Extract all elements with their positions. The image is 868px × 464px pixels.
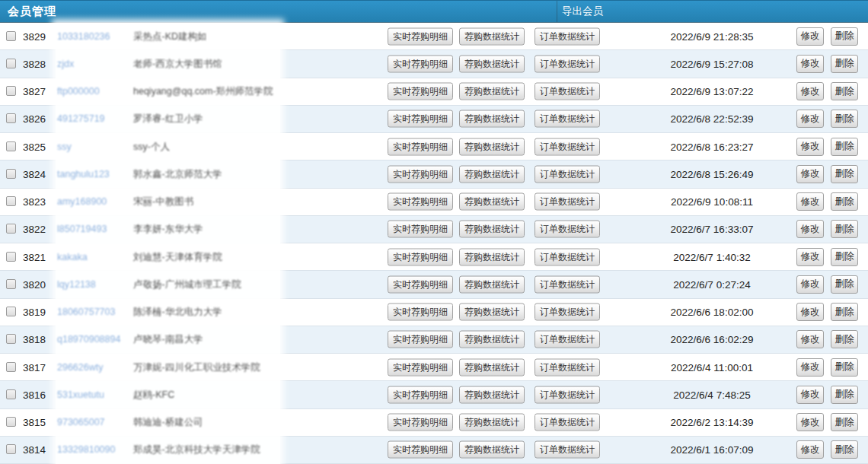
realtime-detail-button[interactable]: 实时荐购明细 <box>388 138 453 155</box>
delete-button[interactable]: 删除 <box>831 138 858 156</box>
recommend-stats-button[interactable]: 荐购数据统计 <box>459 248 525 265</box>
realtime-detail-button[interactable]: 实时荐购明细 <box>388 304 453 321</box>
member-username-link[interactable]: 18060757703 <box>57 307 115 317</box>
delete-button[interactable]: 删除 <box>831 27 858 46</box>
realtime-detail-button[interactable]: 实时荐购明细 <box>388 248 453 265</box>
row-checkbox[interactable] <box>6 169 16 179</box>
order-stats-button[interactable]: 订单数据统计 <box>535 386 600 403</box>
order-stats-button[interactable]: 订单数据统计 <box>535 275 600 293</box>
edit-button[interactable]: 修改 <box>796 110 824 128</box>
order-stats-button[interactable]: 订单数据统计 <box>535 248 600 265</box>
member-username-link[interactable]: q18970908894 <box>57 334 120 345</box>
member-username-link[interactable]: 491275719 <box>57 113 105 124</box>
edit-button[interactable]: 修改 <box>796 330 824 348</box>
order-stats-button[interactable]: 订单数据统计 <box>535 221 600 238</box>
row-checkbox[interactable] <box>6 196 16 206</box>
recommend-stats-button[interactable]: 荐购数据统计 <box>459 275 525 293</box>
edit-button[interactable]: 修改 <box>796 55 824 73</box>
export-members-link[interactable]: 导出会员 <box>562 1 603 22</box>
row-checkbox[interactable] <box>6 86 16 96</box>
recommend-stats-button[interactable]: 荐购数据统计 <box>459 358 525 376</box>
recommend-stats-button[interactable]: 荐购数据统计 <box>459 27 525 45</box>
member-username-link[interactable]: 531xuetutu <box>57 389 104 400</box>
row-checkbox[interactable] <box>6 307 16 316</box>
recommend-stats-button[interactable]: 荐购数据统计 <box>459 55 525 72</box>
realtime-detail-button[interactable]: 实时荐购明细 <box>388 414 453 431</box>
delete-button[interactable]: 删除 <box>831 440 858 459</box>
row-checkbox[interactable] <box>6 279 16 289</box>
realtime-detail-button[interactable]: 实时荐购明细 <box>388 83 453 100</box>
realtime-detail-button[interactable]: 实时荐购明细 <box>388 441 453 459</box>
realtime-detail-button[interactable]: 实时荐购明细 <box>388 110 453 128</box>
edit-button[interactable]: 修改 <box>796 303 824 321</box>
delete-button[interactable]: 删除 <box>831 358 858 377</box>
row-checkbox[interactable] <box>6 224 16 234</box>
delete-button[interactable]: 删除 <box>831 413 858 431</box>
member-username-link[interactable]: tanghulu123 <box>57 169 110 180</box>
delete-button[interactable]: 删除 <box>831 386 858 404</box>
member-username-link[interactable]: lqy12138 <box>57 279 96 290</box>
recommend-stats-button[interactable]: 荐购数据统计 <box>459 386 525 403</box>
row-checkbox[interactable] <box>6 31 16 41</box>
member-username-link[interactable]: amy168900 <box>57 196 107 207</box>
delete-button[interactable]: 删除 <box>831 82 858 100</box>
delete-button[interactable]: 删除 <box>831 330 858 348</box>
recommend-stats-button[interactable]: 荐购数据统计 <box>459 304 525 321</box>
realtime-detail-button[interactable]: 实时荐购明细 <box>388 55 453 72</box>
delete-button[interactable]: 删除 <box>831 275 858 294</box>
member-username-link[interactable]: 13329810090 <box>57 444 115 455</box>
member-username-link[interactable]: kakaka <box>57 252 88 262</box>
edit-button[interactable]: 修改 <box>796 192 824 211</box>
row-checkbox[interactable] <box>6 334 16 344</box>
edit-button[interactable]: 修改 <box>796 82 824 100</box>
order-stats-button[interactable]: 订单数据统计 <box>535 138 600 155</box>
row-checkbox[interactable] <box>6 59 16 68</box>
order-stats-button[interactable]: 订单数据统计 <box>535 441 600 459</box>
recommend-stats-button[interactable]: 荐购数据统计 <box>459 441 525 459</box>
row-checkbox[interactable] <box>6 389 16 399</box>
member-username-link[interactable]: 1033180236 <box>57 31 110 42</box>
row-checkbox[interactable] <box>6 444 16 454</box>
recommend-stats-button[interactable]: 荐购数据统计 <box>459 138 525 155</box>
order-stats-button[interactable]: 订单数据统计 <box>535 331 600 348</box>
realtime-detail-button[interactable]: 实时荐购明细 <box>388 221 453 238</box>
delete-button[interactable]: 删除 <box>831 110 858 128</box>
member-username-link[interactable]: 973065007 <box>57 417 105 427</box>
order-stats-button[interactable]: 订单数据统计 <box>535 358 600 376</box>
row-checkbox[interactable] <box>6 417 16 427</box>
delete-button[interactable]: 删除 <box>831 303 858 321</box>
delete-button[interactable]: 删除 <box>831 165 858 183</box>
edit-button[interactable]: 修改 <box>796 440 824 459</box>
delete-button[interactable]: 删除 <box>831 55 858 73</box>
member-username-link[interactable]: 296626wty <box>57 362 103 373</box>
realtime-detail-button[interactable]: 实时荐购明细 <box>388 358 453 376</box>
edit-button[interactable]: 修改 <box>796 386 824 404</box>
edit-button[interactable]: 修改 <box>796 27 824 46</box>
order-stats-button[interactable]: 订单数据统计 <box>535 414 600 431</box>
recommend-stats-button[interactable]: 荐购数据统计 <box>459 110 525 128</box>
recommend-stats-button[interactable]: 荐购数据统计 <box>459 83 525 100</box>
realtime-detail-button[interactable]: 实时荐购明细 <box>388 386 453 403</box>
order-stats-button[interactable]: 订单数据统计 <box>535 83 600 100</box>
member-username-link[interactable]: ssy <box>57 141 72 152</box>
realtime-detail-button[interactable]: 实时荐购明细 <box>388 165 453 183</box>
recommend-stats-button[interactable]: 荐购数据统计 <box>459 331 525 348</box>
row-checkbox[interactable] <box>6 252 16 262</box>
recommend-stats-button[interactable]: 荐购数据统计 <box>459 221 525 238</box>
recommend-stats-button[interactable]: 荐购数据统计 <box>459 193 525 211</box>
edit-button[interactable]: 修改 <box>796 165 824 183</box>
order-stats-button[interactable]: 订单数据统计 <box>535 55 600 72</box>
recommend-stats-button[interactable]: 荐购数据统计 <box>459 165 525 183</box>
order-stats-button[interactable]: 订单数据统计 <box>535 27 600 45</box>
recommend-stats-button[interactable]: 荐购数据统计 <box>459 414 525 431</box>
member-username-link[interactable]: ftp000000 <box>57 86 100 97</box>
delete-button[interactable]: 删除 <box>831 192 858 211</box>
edit-button[interactable]: 修改 <box>796 248 824 266</box>
row-checkbox[interactable] <box>6 113 16 123</box>
row-checkbox[interactable] <box>6 141 16 151</box>
edit-button[interactable]: 修改 <box>796 138 824 156</box>
order-stats-button[interactable]: 订单数据统计 <box>535 304 600 321</box>
edit-button[interactable]: 修改 <box>796 413 824 431</box>
delete-button[interactable]: 删除 <box>831 220 858 238</box>
order-stats-button[interactable]: 订单数据统计 <box>535 165 600 183</box>
